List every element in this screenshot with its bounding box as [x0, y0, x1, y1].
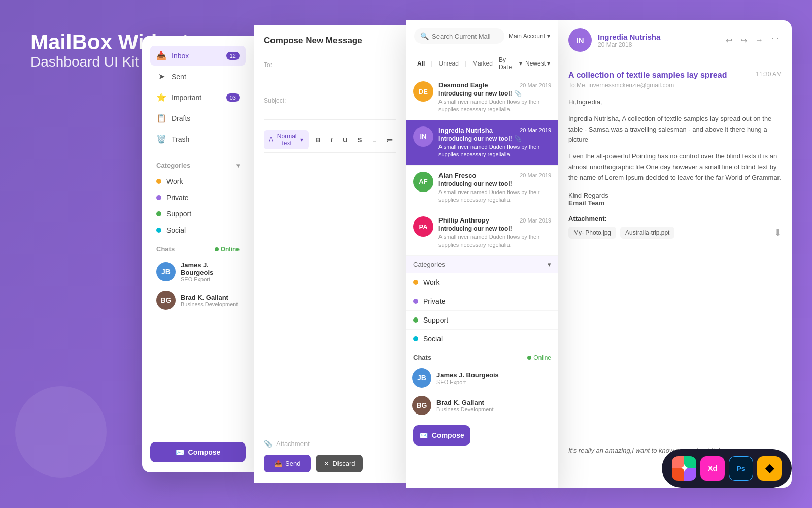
mail-avatar-2: AF — [413, 172, 433, 192]
social-dot — [156, 228, 161, 233]
mail-content-0: Desmond Eagle 20 Mar 2019 Introducing ou… — [438, 81, 551, 114]
detail-avatar: IN — [568, 28, 592, 52]
important-badge: 03 — [226, 93, 240, 102]
mail-content-2: Alan Fresco 20 Mar 2019 Introducing our … — [438, 172, 551, 204]
inbox-badge: 12 — [226, 52, 240, 60]
important-icon: ⭐ — [156, 92, 166, 102]
search-input[interactable] — [432, 33, 498, 40]
mail-item-1[interactable]: IN Ingredia Nutrisha 20 Mar 2019 Introdu… — [406, 120, 558, 166]
mlchat-1[interactable]: BG Brad K. Gallant Business Development — [406, 392, 558, 419]
body-para2: Even the all-powerful Pointing has no co… — [568, 151, 782, 183]
mlcompose-button[interactable]: ✉️ Compose — [413, 425, 470, 446]
order-chevron: ▾ — [547, 60, 550, 67]
mail-avatar-0: DE — [413, 81, 433, 102]
order-dropdown[interactable]: Newest ▾ — [525, 56, 550, 71]
detail-actions: ↩ ↪ → 🗑 — [724, 34, 782, 47]
to-field: To: — [264, 56, 396, 84]
account-chevron: ▾ — [547, 33, 550, 40]
nav-drafts[interactable]: 📋 Drafts — [150, 108, 246, 128]
filter-unread[interactable]: Unread — [435, 58, 461, 69]
filter-bar: All | Unread | Marked By Date ▾ Newest ▾ — [406, 52, 558, 75]
compose-toolbar: A Normal text ▾ B I U S ≡ ≔ — [264, 127, 396, 153]
mlcat-work[interactable]: Work — [406, 273, 558, 292]
mlonline-dot — [527, 356, 531, 360]
drafts-icon: 📋 — [156, 113, 166, 123]
delete-btn[interactable]: 🗑 — [769, 34, 782, 47]
to-input[interactable] — [264, 69, 396, 79]
cat-private[interactable]: Private — [150, 189, 246, 206]
subject-input[interactable] — [264, 105, 396, 115]
filter-all[interactable]: All — [414, 58, 428, 69]
reply-btn[interactable]: ↩ — [724, 34, 734, 47]
cat-work[interactable]: Work — [150, 173, 246, 189]
chat-item-1[interactable]: BG Brad K. Gallant Business Development — [150, 287, 246, 314]
mlsocial-dot — [413, 336, 418, 341]
account-select[interactable]: Main Account ▾ — [509, 33, 550, 40]
compose-button[interactable]: ✉️ Compose — [150, 442, 246, 462]
categories-section-title[interactable]: Categories ▾ — [156, 162, 240, 169]
search-bar: 🔍 — [414, 28, 504, 44]
mlchat-avatar-0: JB — [412, 368, 431, 388]
bold-btn[interactable]: B — [313, 134, 323, 146]
mlcat-social[interactable]: Social — [406, 330, 558, 348]
mail-avatar-1: IN — [413, 126, 433, 147]
detail-panel: IN Ingredia Nutrisha 20 Mar 2018 ↩ ↪ → 🗑… — [558, 20, 792, 488]
chat-info-0: James J. Bourgeois SEO Export — [181, 261, 240, 282]
mlcompose-icon: ✉️ — [419, 431, 428, 439]
nav-important[interactable]: ⭐ Important 03 — [150, 87, 246, 107]
cat-support[interactable]: Support — [150, 206, 246, 222]
mlcat-private[interactable]: Private — [406, 292, 558, 311]
send-button[interactable]: 📤 Send — [264, 455, 311, 472]
mlchat-info-1: Brad K. Gallant Business Development — [436, 399, 552, 412]
attachment-row[interactable]: 📎 Attachment — [264, 440, 396, 448]
forward-btn[interactable]: → — [753, 34, 765, 47]
detail-header: IN Ingredia Nutrisha 20 Mar 2018 ↩ ↪ → 🗑 — [558, 20, 792, 60]
compose-body[interactable] — [264, 160, 396, 433]
body-greeting: Hi,Ingredia, — [568, 97, 782, 108]
mail-item-2[interactable]: AF Alan Fresco 20 Mar 2019 Introducing o… — [406, 166, 558, 211]
mail-title-line: A collection of textile samples lay spre… — [568, 71, 782, 80]
cat-chevron: ▾ — [548, 261, 551, 268]
nav-important-label: Important — [172, 93, 201, 102]
strikethrough-btn[interactable]: S — [355, 134, 365, 146]
cat-social[interactable]: Social — [150, 222, 246, 238]
detail-sender-info: Ingredia Nutrisha 20 Mar 2018 — [598, 33, 718, 48]
nav-inbox-label: Inbox — [172, 52, 189, 60]
categories-chevron: ▾ — [236, 162, 240, 169]
to-label: To: — [264, 61, 272, 69]
underline-btn[interactable]: U — [340, 134, 350, 146]
subject-field: Subject: — [264, 91, 396, 120]
mail-item-0[interactable]: DE Desmond Eagle 20 Mar 2019 Introducing… — [406, 75, 558, 120]
inbox-icon: 📥 — [156, 51, 166, 60]
mail-item-3[interactable]: PA Phillip Anthropy 20 Mar 2019 Introduc… — [406, 210, 558, 256]
sort-chevron: ▾ — [519, 60, 522, 67]
chat-item-0[interactable]: JB James J. Bourgeois SEO Export — [150, 257, 246, 287]
mlchat-0[interactable]: JB James J. Bourgeois SEO Export — [406, 364, 558, 392]
mail-avatar-3: PA — [413, 216, 433, 237]
cat-section-header[interactable]: Categories ▾ — [406, 256, 558, 273]
attachment-files: My- Photo.jpg Australia-trip.ppt ⬇ — [568, 227, 782, 239]
attachment-label: Attachment — [276, 440, 310, 448]
nav-trash[interactable]: 🗑️ Trash — [150, 129, 246, 149]
italic-btn[interactable]: I — [328, 134, 336, 146]
sent-icon: ➤ — [156, 72, 166, 81]
nav-inbox[interactable]: 📥 Inbox 12 — [150, 46, 246, 66]
discard-icon: ✕ — [324, 460, 329, 467]
sort-dropdown[interactable]: By Date ▾ — [499, 56, 522, 71]
attachment-file-0[interactable]: My- Photo.jpg — [568, 227, 616, 239]
format-btn[interactable]: A Normal text ▾ — [264, 130, 309, 149]
format-label: A — [269, 136, 273, 143]
attachment-file-1[interactable]: Australia-trip.ppt — [620, 227, 674, 239]
mlcat-support[interactable]: Support — [406, 311, 558, 330]
reply-all-btn[interactable]: ↪ — [738, 34, 749, 47]
align-btn[interactable]: ≡ — [369, 134, 379, 146]
attach-icon-1: 📎 — [514, 135, 522, 142]
download-btn[interactable]: ⬇ — [774, 227, 782, 238]
nav-sent[interactable]: ➤ Sent — [150, 67, 246, 86]
filter-marked[interactable]: Marked — [469, 58, 496, 69]
figma-icon: ✦ — [672, 456, 696, 481]
trash-icon: 🗑️ — [156, 134, 166, 144]
list-btn[interactable]: ≔ — [383, 134, 396, 146]
mlchats-header: Chats Online — [406, 348, 558, 364]
discard-button[interactable]: ✕ Discard — [316, 455, 363, 472]
